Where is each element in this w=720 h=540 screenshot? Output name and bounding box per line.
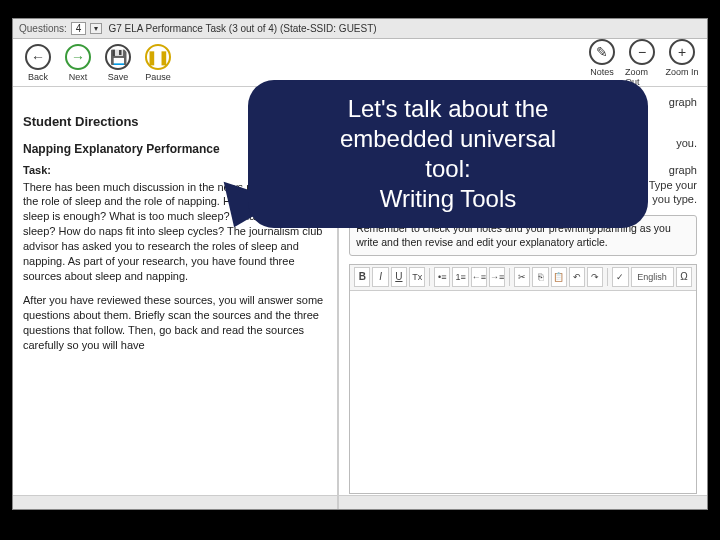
zoom-in-button[interactable]: + Zoom In — [665, 39, 699, 87]
toolbar: ← Back → Next 💾 Save ❚❚ Pause ✎ Notes − — [13, 39, 707, 87]
pause-button[interactable]: ❚❚ Pause — [141, 44, 175, 82]
task-title: G7 ELA Performance Task (3 out of 4) (St… — [108, 23, 376, 34]
partial-text-3: graph — [349, 163, 697, 178]
editor-textarea[interactable] — [350, 291, 696, 493]
task-paragraph-2: After you have reviewed these sources, y… — [23, 293, 327, 352]
questions-label: Questions: — [19, 23, 67, 34]
language-select[interactable]: English — [631, 267, 674, 287]
bold-button[interactable]: B — [354, 267, 370, 287]
save-button[interactable]: 💾 Save — [101, 44, 135, 82]
right-pane: graph you. graph title. Type your you ty… — [339, 87, 707, 509]
special-char-button[interactable]: Ω — [676, 267, 692, 287]
redo-button[interactable]: ↷ — [587, 267, 603, 287]
underline-icon: U — [395, 270, 402, 284]
zoom-out-button[interactable]: − Zoom Out — [625, 39, 659, 87]
save-label: Save — [108, 72, 129, 82]
italic-icon: I — [379, 270, 382, 284]
task-paragraph-1: There has been much discussion in the ne… — [23, 180, 327, 284]
text-editor: B I U Tx •≡ 1≡ ←≡ →≡ ✂ ⎘ 📋 ↶ ↷ ✓ — [349, 264, 697, 494]
toolbar-right: ✎ Notes − Zoom Out + Zoom In — [585, 39, 699, 87]
expand-icon[interactable]: ⤢ — [313, 91, 331, 109]
toolbar-left: ← Back → Next 💾 Save ❚❚ Pause — [21, 44, 175, 82]
titlebar: Questions: 4 ▾ G7 ELA Performance Task (… — [13, 19, 707, 39]
partial-text-2: you. — [349, 136, 697, 151]
clear-format-button[interactable]: Tx — [409, 267, 425, 287]
back-label: Back — [28, 72, 48, 82]
question-number[interactable]: 4 — [71, 22, 87, 35]
bold-icon: B — [359, 270, 366, 284]
outdent-button[interactable]: ←≡ — [471, 267, 487, 287]
notes-label: Notes — [590, 67, 614, 77]
content-area: ⤢ Student Directions Napping Explanatory… — [13, 87, 707, 509]
student-directions-heading: Student Directions — [23, 113, 327, 131]
next-label: Next — [69, 72, 88, 82]
partial-text-5: you type. — [349, 192, 697, 207]
italic-button[interactable]: I — [372, 267, 388, 287]
zoom-out-icon: − — [629, 39, 655, 65]
zoom-out-label: Zoom Out — [625, 67, 659, 87]
save-icon: 💾 — [105, 44, 131, 70]
next-button[interactable]: → Next — [61, 44, 95, 82]
indent-button[interactable]: →≡ — [489, 267, 505, 287]
left-scrollbar-horizontal[interactable] — [13, 495, 337, 509]
task-label: Task: — [23, 163, 327, 178]
next-icon: → — [65, 44, 91, 70]
zoom-in-label: Zoom In — [665, 67, 698, 77]
spellcheck-button[interactable]: ✓ — [612, 267, 628, 287]
notes-icon: ✎ — [589, 39, 615, 65]
editor-toolbar: B I U Tx •≡ 1≡ ←≡ →≡ ✂ ⎘ 📋 ↶ ↷ ✓ — [350, 265, 696, 291]
paste-button[interactable]: 📋 — [551, 267, 567, 287]
question-dropdown[interactable]: ▾ — [90, 23, 102, 34]
app-window: Questions: 4 ▾ G7 ELA Performance Task (… — [12, 18, 708, 510]
pause-icon: ❚❚ — [145, 44, 171, 70]
right-scrollbar-horizontal[interactable] — [339, 495, 707, 509]
separator — [607, 268, 608, 286]
notes-button[interactable]: ✎ Notes — [585, 39, 619, 87]
partial-text-4: title. Type your — [349, 178, 697, 193]
undo-button[interactable]: ↶ — [569, 267, 585, 287]
partial-text-1: graph — [349, 95, 697, 110]
number-list-button[interactable]: 1≡ — [452, 267, 468, 287]
zoom-in-icon: + — [669, 39, 695, 65]
performance-task-heading: Napping Explanatory Performance — [23, 141, 327, 157]
cut-button[interactable]: ✂ — [514, 267, 530, 287]
left-pane: ⤢ Student Directions Napping Explanatory… — [13, 87, 339, 509]
bullet-list-button[interactable]: •≡ — [434, 267, 450, 287]
back-button[interactable]: ← Back — [21, 44, 55, 82]
reminder-hint: Remember to check your notes and your pr… — [349, 215, 697, 255]
copy-button[interactable]: ⎘ — [532, 267, 548, 287]
back-icon: ← — [25, 44, 51, 70]
separator — [429, 268, 430, 286]
separator — [509, 268, 510, 286]
pause-label: Pause — [145, 72, 171, 82]
underline-button[interactable]: U — [391, 267, 407, 287]
